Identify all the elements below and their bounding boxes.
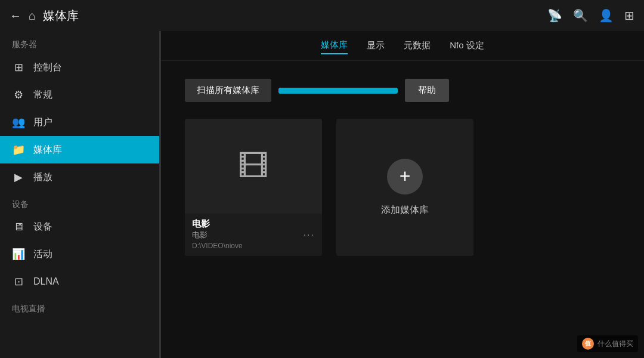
- tab-nfo[interactable]: Nfo 设定: [450, 40, 484, 54]
- sidebar-section-devices: 设备: [0, 191, 159, 214]
- scan-progress-bar: [278, 88, 398, 94]
- sidebar-item-media[interactable]: 📁 媒体库: [0, 136, 159, 163]
- home-icon[interactable]: ⌂: [29, 9, 36, 23]
- more-options-icon[interactable]: ···: [304, 230, 315, 240]
- watermark-logo: 值: [582, 338, 594, 350]
- sidebar-item-dlna-label: DLNA: [33, 276, 59, 287]
- add-card-label: 添加媒体库: [381, 204, 429, 217]
- user-icon[interactable]: 👤: [599, 8, 614, 23]
- sidebar-section-server: 服务器: [0, 31, 159, 54]
- subnav: 媒体库 显示 元数据 Nfo 设定: [161, 31, 644, 61]
- sidebar-item-users-label: 用户: [33, 116, 52, 129]
- sidebar-item-devices-label: 设备: [33, 221, 52, 233]
- add-media-card[interactable]: + 添加媒体库: [336, 119, 473, 256]
- grid-icon[interactable]: ⊞: [624, 8, 634, 23]
- content-body: 扫描所有媒体库 帮助 🎞 电影 电影 ···: [161, 61, 644, 358]
- sidebar: 服务器 ⊞ 控制台 ⚙ 常规 👥 用户 📁 媒体库 ▶ 播放 设备 🖥 设备 📊: [0, 31, 161, 358]
- sidebar-item-general[interactable]: ⚙ 常规: [0, 81, 159, 109]
- media-card-path: D:\VIDEO\niove: [192, 242, 315, 250]
- sidebar-item-activity[interactable]: 📊 活动: [0, 240, 159, 268]
- sidebar-item-playback[interactable]: ▶ 播放: [0, 163, 159, 191]
- tab-metadata[interactable]: 元数据: [404, 40, 431, 54]
- help-button[interactable]: 帮助: [405, 79, 449, 102]
- sidebar-section-tv: 电视直播: [0, 295, 159, 318]
- sidebar-item-console[interactable]: ⊞ 控制台: [0, 54, 159, 81]
- media-card-subtitle: 电影: [192, 230, 208, 240]
- play-icon: ▶: [12, 171, 25, 184]
- console-icon: ⊞: [12, 61, 25, 74]
- main-layout: 服务器 ⊞ 控制台 ⚙ 常规 👥 用户 📁 媒体库 ▶ 播放 设备 🖥 设备 📊: [0, 31, 644, 358]
- topbar: ← ⌂ 媒体库 📡 🔍 👤 ⊞: [0, 0, 644, 31]
- gear-icon: ⚙: [12, 88, 25, 101]
- sidebar-item-dlna[interactable]: ⊡ DLNA: [0, 268, 159, 295]
- media-card-movies[interactable]: 🎞 电影 电影 ··· D:\VIDEO\niove: [185, 119, 322, 256]
- media-card-title: 电影: [192, 218, 315, 230]
- sidebar-item-console-label: 控制台: [33, 61, 62, 74]
- back-icon[interactable]: ←: [10, 9, 21, 23]
- tab-medialibrary[interactable]: 媒体库: [321, 39, 348, 54]
- sidebar-item-devices[interactable]: 🖥 设备: [0, 214, 159, 240]
- media-card-subtitle-row: 电影 ···: [192, 230, 315, 240]
- dlna-icon: ⊡: [12, 275, 25, 288]
- media-cards: 🎞 电影 电影 ··· D:\VIDEO\niove +: [185, 119, 620, 256]
- plus-icon: +: [400, 165, 411, 187]
- activity-icon: 📊: [12, 248, 25, 261]
- sidebar-item-activity-label: 活动: [33, 248, 52, 261]
- device-icon: 🖥: [12, 221, 25, 233]
- tab-display[interactable]: 显示: [367, 40, 385, 54]
- sidebar-item-playback-label: 播放: [33, 171, 52, 184]
- scan-all-button[interactable]: 扫描所有媒体库: [185, 79, 271, 102]
- cast-icon[interactable]: 📡: [547, 8, 562, 23]
- topbar-left: ← ⌂ 媒体库: [10, 8, 547, 24]
- topbar-right: 📡 🔍 👤 ⊞: [547, 8, 634, 23]
- content-area: 媒体库 显示 元数据 Nfo 设定 扫描所有媒体库 帮助 🎞: [161, 31, 644, 358]
- media-card-icon-area: 🎞: [185, 119, 322, 214]
- page-title: 媒体库: [43, 8, 79, 24]
- users-icon: 👥: [12, 116, 25, 129]
- scan-bar: 扫描所有媒体库 帮助: [185, 79, 620, 102]
- sidebar-item-general-label: 常规: [33, 89, 52, 101]
- add-icon-circle: +: [387, 159, 423, 195]
- folder-icon: 📁: [12, 143, 25, 156]
- sidebar-item-media-label: 媒体库: [33, 144, 62, 156]
- watermark: 值 什么值得买: [577, 335, 638, 352]
- film-icon: 🎞: [238, 149, 269, 184]
- watermark-text: 什么值得买: [597, 339, 633, 349]
- media-card-footer: 电影 电影 ··· D:\VIDEO\niove: [185, 214, 322, 256]
- search-icon[interactable]: 🔍: [573, 8, 588, 23]
- sidebar-item-users[interactable]: 👥 用户: [0, 109, 159, 136]
